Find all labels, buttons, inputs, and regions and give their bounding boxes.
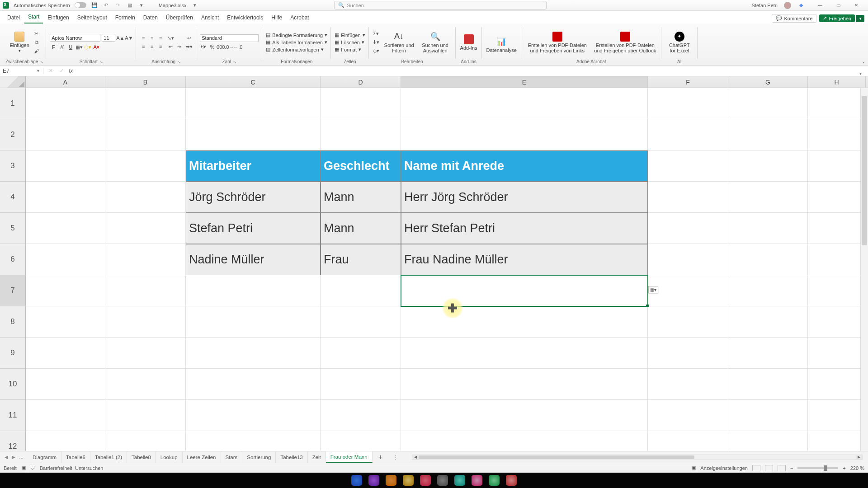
taskbar-icon[interactable] [351,475,362,486]
sheet-tab[interactable]: Lookup [156,451,183,463]
currency-icon[interactable]: €▾ [200,43,207,51]
sheet-tab[interactable]: Sortierung [242,451,276,463]
table-header[interactable]: Mitarbeiter [186,150,321,182]
tab-ueberpruefen[interactable]: Überprüfen [162,14,197,23]
cancel-formula-icon[interactable]: ✕ [47,67,54,75]
row-header[interactable]: 9 [0,338,26,369]
row-header[interactable]: 11 [0,400,26,431]
redo-icon[interactable]: ↷ [114,2,122,9]
sheet-nav-prev-icon[interactable]: ◀ [5,455,8,460]
sheet-tab[interactable]: Stars [221,451,243,463]
format-as-table-button[interactable]: ▦Als Tabelle formatieren▾ [266,39,327,45]
row-header[interactable]: 1 [0,88,26,119]
accessibility-label[interactable]: Barrierefreiheit: Untersuchen [40,465,104,471]
orientation-icon[interactable]: ⤡▾ [167,34,174,42]
taskbar-icon[interactable] [368,475,379,486]
align-middle-icon[interactable]: ≡ [148,34,156,42]
search-input[interactable]: 🔍 Suchen [334,1,547,9]
tab-entwicklertools[interactable]: Entwicklertools [223,14,267,23]
find-select-button[interactable]: 🔍Suchen und Auswählen [419,31,452,54]
tab-daten[interactable]: Daten [140,14,161,23]
table-cell[interactable]: Nadine Müller [186,244,321,275]
row-header[interactable]: 2 [0,119,26,150]
taskbar-icon[interactable] [506,475,517,486]
avatar[interactable] [784,2,791,9]
increase-font-icon[interactable]: A▲ [117,34,124,42]
sheet-tab[interactable]: Zeit [308,451,326,463]
row-header[interactable]: 3 [0,150,26,182]
tab-hilfe[interactable]: Hilfe [268,14,286,23]
format-painter-icon[interactable]: 🖌 [33,47,40,55]
indent-increase-icon[interactable]: ⇥ [175,43,183,50]
camera-icon[interactable]: ▧ [126,2,133,9]
zoom-slider[interactable] [797,467,838,469]
borders-icon[interactable]: ▦▾ [75,43,83,51]
chatgpt-button[interactable]: ✦ChatGPT for Excel [665,31,694,54]
add-sheet-button[interactable]: ＋ [373,453,388,461]
addins-button[interactable]: Add-Ins [459,33,478,52]
sheet-tab[interactable]: Leere Zeilen [183,451,221,463]
table-cell[interactable]: Jörg Schröder [186,182,321,213]
underline-icon[interactable]: U [67,43,74,51]
macro-record-icon[interactable]: ▣ [21,465,26,471]
taskbar-icon[interactable] [386,475,396,486]
dec-decimal-icon[interactable]: ←.0 [234,43,241,51]
dlg-launcher-icon[interactable]: ↘ [99,60,103,64]
select-all-corner[interactable] [0,76,26,88]
row-header[interactable]: 7 [0,275,26,306]
insert-cells-button[interactable]: ▦Einfügen▾ [335,32,365,38]
normal-view-icon[interactable] [752,465,760,471]
col-header-H[interactable]: H [808,76,866,88]
formula-expand-icon[interactable]: ▾ [859,71,862,76]
font-size-input[interactable] [102,34,115,42]
sheet-tab[interactable]: Tabelle1 (2) [90,451,127,463]
col-header-E[interactable]: E [401,76,648,88]
fill-handle[interactable] [646,305,649,307]
page-break-view-icon[interactable] [778,465,786,471]
taskbar-icon[interactable] [489,475,500,486]
align-right-icon[interactable]: ≡ [157,43,164,50]
taskbar-icon[interactable] [472,475,482,486]
taskbar-icon[interactable] [437,475,448,486]
table-cell[interactable]: Mann [321,182,401,213]
diamond-icon[interactable]: ◆ [797,2,805,9]
minimize-button[interactable]: ― [811,1,829,10]
delete-cells-button[interactable]: ▦Löschen▾ [335,39,365,45]
italic-icon[interactable]: K [58,43,66,51]
autosave-toggle[interactable] [75,2,86,8]
tab-start[interactable]: Start [24,14,43,23]
font-name-input[interactable] [50,34,100,42]
format-cells-button[interactable]: ▦Format▾ [335,47,365,52]
enter-formula-icon[interactable]: ✓ [58,67,65,75]
table-cell[interactable]: Frau [321,244,401,275]
sheet-tab[interactable]: Tabelle6 [61,451,90,463]
sheet-tab[interactable]: Diagramm [28,451,61,463]
accessibility-icon[interactable]: ⛉ [30,465,35,471]
hscroll-right-icon[interactable]: ▶ [856,455,862,460]
spreadsheet-grid[interactable]: A B C D E F G H 1 2 3 Mitarbeiter Geschl… [0,76,868,451]
bold-icon[interactable]: F [50,43,57,51]
file-name[interactable]: Mappe3.xlsx [159,3,187,8]
tab-ansicht[interactable]: Ansicht [198,14,222,23]
indent-decrease-icon[interactable]: ⇤ [167,43,174,50]
table-cell[interactable]: Mann [321,213,401,244]
wrap-text-icon[interactable]: ↩ [185,34,193,42]
hscroll-left-icon[interactable]: ◀ [412,455,419,460]
copy-icon[interactable]: ⧉ [33,39,40,46]
sheet-tab[interactable]: Tabelle13 [276,451,307,463]
dlg-launcher-icon[interactable]: ↘ [177,60,181,64]
merge-icon[interactable]: ⬌▾ [185,43,193,50]
table-cell[interactable]: Stefan Petri [186,213,321,244]
table-cell[interactable]: Herr Stefan Petri [401,213,648,244]
fill-color-icon[interactable]: ◌▾ [84,43,91,51]
selected-cell[interactable] [401,275,648,306]
fill-icon[interactable]: ⬇▾ [373,39,380,46]
dlg-launcher-icon[interactable]: ↘ [233,60,236,64]
paste-button[interactable]: Einfügen ▼ [9,31,30,54]
dlg-launcher-icon[interactable]: ↘ [40,60,43,64]
col-header-A[interactable]: A [26,76,105,88]
align-top-icon[interactable]: ≡ [140,34,147,42]
cond-format-button[interactable]: ▤Bedingte Formatierung▾ [266,32,327,38]
sheet-tab[interactable]: Tabelle8 [127,451,156,463]
data-analysis-button[interactable]: 📊Datenanalyse [486,36,518,54]
